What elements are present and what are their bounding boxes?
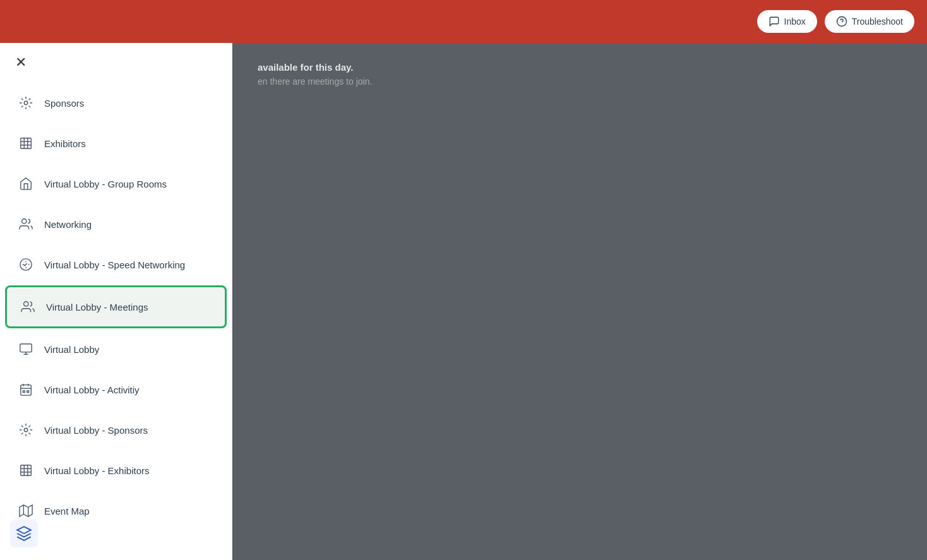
- sidebar-item-meetings[interactable]: Virtual Lobby - Meetings: [5, 285, 227, 328]
- sidebar-item-speed-networking[interactable]: Virtual Lobby - Speed Networking: [5, 245, 227, 284]
- speed-networking-label: Virtual Lobby - Speed Networking: [44, 259, 185, 270]
- sponsors-icon: [18, 95, 34, 111]
- event-map-label: Event Map: [44, 506, 90, 516]
- bottom-logo: [10, 520, 38, 547]
- meetings-icon: [20, 299, 36, 315]
- speed-networking-icon: [18, 256, 34, 273]
- sidebar-item-networking[interactable]: Networking: [5, 205, 227, 244]
- meetings-label: Virtual Lobby - Meetings: [46, 302, 148, 313]
- svg-point-0: [837, 17, 846, 27]
- troubleshoot-label: Troubleshoot: [852, 16, 903, 27]
- sidebar-item-activity[interactable]: Virtual Lobby - Activitiy: [5, 370, 227, 409]
- sponsors-label: Sponsors: [44, 98, 84, 109]
- vl-exhibitors-icon: [18, 462, 34, 479]
- sidebar-item-sponsors[interactable]: Sponsors: [5, 83, 227, 122]
- sidebar-item-group-rooms[interactable]: Virtual Lobby - Group Rooms: [5, 164, 227, 203]
- sidebar-close-bar: ✕: [0, 43, 232, 82]
- inbox-label: Inbox: [784, 16, 806, 27]
- content-area: available for this day. en there are mee…: [232, 43, 927, 560]
- svg-marker-26: [20, 505, 32, 516]
- svg-rect-11: [20, 344, 32, 352]
- svg-point-2: [24, 101, 28, 105]
- inbox-icon: [769, 16, 780, 27]
- troubleshoot-button[interactable]: Troubleshoot: [825, 10, 914, 33]
- svg-rect-21: [21, 465, 32, 476]
- svg-point-8: [22, 219, 27, 223]
- activity-label: Virtual Lobby - Activitiy: [44, 384, 140, 395]
- sidebar-item-virtual-lobby[interactable]: Virtual Lobby: [5, 330, 227, 369]
- svg-rect-19: [27, 391, 29, 393]
- exhibitors-icon: [18, 135, 34, 152]
- svg-rect-18: [23, 391, 25, 393]
- close-icon: ✕: [15, 56, 27, 69]
- content-title: available for this day.: [258, 62, 372, 73]
- virtual-lobby-label: Virtual Lobby: [44, 344, 99, 355]
- vl-sponsors-label: Virtual Lobby - Sponsors: [44, 425, 148, 436]
- vl-sponsors-icon: [18, 422, 34, 438]
- svg-rect-14: [21, 385, 32, 396]
- sidebar-item-vl-sponsors[interactable]: Virtual Lobby - Sponsors: [5, 410, 227, 450]
- activity-icon: [18, 381, 34, 398]
- sidebar-item-event-map[interactable]: Event Map: [5, 491, 227, 530]
- inbox-button[interactable]: Inbox: [757, 10, 817, 33]
- virtual-lobby-icon: [18, 341, 34, 357]
- networking-icon: [18, 216, 34, 232]
- sidebar: ✕ Sponsors Exhibitors Virtual Lobby - Gr…: [0, 43, 232, 560]
- top-header: Inbox Troubleshoot: [0, 0, 927, 43]
- event-map-icon: [18, 503, 34, 519]
- exhibitors-label: Exhibitors: [44, 138, 86, 149]
- svg-rect-3: [21, 138, 32, 149]
- main-layout: ✕ Sponsors Exhibitors Virtual Lobby - Gr…: [0, 43, 927, 560]
- troubleshoot-icon: [836, 16, 847, 27]
- sidebar-item-exhibitors[interactable]: Exhibitors: [5, 124, 227, 163]
- group-rooms-label: Virtual Lobby - Group Rooms: [44, 179, 167, 189]
- content-message: available for this day. en there are mee…: [258, 62, 372, 86]
- networking-label: Networking: [44, 219, 92, 230]
- sidebar-item-vl-exhibitors[interactable]: Virtual Lobby - Exhibitors: [5, 451, 227, 490]
- group-rooms-icon: [18, 176, 34, 192]
- close-sidebar-button[interactable]: ✕: [13, 53, 29, 72]
- vl-exhibitors-label: Virtual Lobby - Exhibitors: [44, 465, 149, 476]
- svg-point-10: [24, 302, 28, 306]
- content-subtitle: en there are meetings to join.: [258, 76, 372, 86]
- svg-point-20: [24, 428, 28, 432]
